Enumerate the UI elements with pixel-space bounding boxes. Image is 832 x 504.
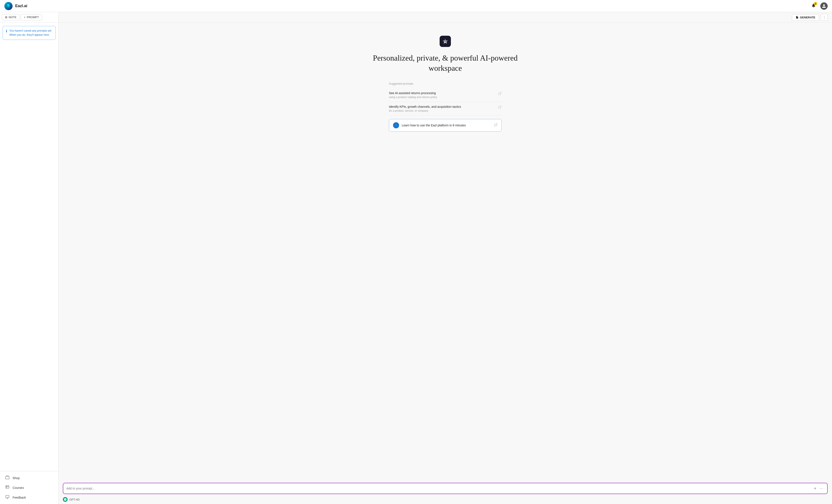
sidebar-item-courses[interactable]: Courses <box>0 483 58 493</box>
add-icon: + <box>814 486 816 491</box>
sidebar-item-shop[interactable]: Shop <box>0 473 58 483</box>
suggested-label: Suggested prompts <box>389 82 501 85</box>
learn-card[interactable]: ! Learn how to use the Eazl platform in … <box>389 119 501 132</box>
svg-rect-4 <box>6 485 9 488</box>
learn-external-link-icon <box>494 123 497 128</box>
svg-line-11 <box>500 92 501 94</box>
svg-point-2 <box>7 4 8 5</box>
svg-point-1 <box>7 6 10 7</box>
sidebar-bottom-nav: Shop Courses <box>0 471 58 504</box>
suggested-prompts-section: Suggested prompts See AI-assisted return… <box>389 82 501 132</box>
model-icon <box>63 497 68 502</box>
main-layout: ⊞ NOTE + PROMPT ℹ You haven't saved any … <box>0 12 832 504</box>
sidebar-item-shop-label: Shop <box>12 476 20 480</box>
prompt-add-button[interactable]: + <box>812 485 818 492</box>
external-link-icon-1 <box>498 105 501 110</box>
generate-icon <box>796 16 799 19</box>
prompt-card-1-title: Identify KPIs, growth channels, and acqu… <box>389 105 495 108</box>
prompt-card-1-text: Identify KPIs, growth channels, and acqu… <box>389 105 495 112</box>
content-area: GENERATE ⋮ Personalized, private, & powe… <box>58 12 832 504</box>
generate-button[interactable]: GENERATE <box>792 14 819 21</box>
external-link-icon-0 <box>498 92 501 96</box>
ai-star-icon <box>440 36 451 47</box>
user-avatar-button[interactable] <box>820 2 828 10</box>
navbar: Eazl.ai 2 <box>0 0 832 12</box>
learn-card-text: Learn how to use the Eazl platform in 8 … <box>402 123 466 127</box>
more-options-button[interactable]: ⋮ <box>821 14 828 21</box>
notification-button[interactable]: 2 <box>810 2 817 9</box>
sidebar: ⊞ NOTE + PROMPT ℹ You haven't saved any … <box>0 12 58 504</box>
learn-card-left: ! Learn how to use the Eazl platform in … <box>393 122 466 128</box>
navbar-right: 2 <box>810 2 828 10</box>
svg-rect-7 <box>6 495 9 498</box>
svg-text:!: ! <box>396 124 396 127</box>
shop-icon <box>5 475 9 481</box>
tab-note[interactable]: ⊞ NOTE <box>2 14 20 20</box>
navbar-left: Eazl.ai <box>4 2 27 10</box>
sidebar-info-box: ℹ You haven't saved any prompts yet. Whe… <box>3 26 56 40</box>
sidebar-info-text: You haven't saved any prompts yet. When … <box>9 29 52 37</box>
app-brand-name: Eazl.ai <box>15 4 27 8</box>
prompt-more-button[interactable]: ⋯ <box>818 485 824 492</box>
tab-prompt[interactable]: + PROMPT <box>21 14 42 20</box>
prompt-card-1[interactable]: Identify KPIs, growth channels, and acqu… <box>389 102 501 116</box>
model-name: GPT-4O <box>69 498 80 501</box>
more-horiz-icon: ⋯ <box>820 486 823 491</box>
feedback-icon <box>5 495 9 500</box>
generate-label: GENERATE <box>800 16 815 19</box>
app-logo <box>4 2 12 10</box>
learn-badge-icon: ! <box>393 122 399 128</box>
prompt-area: + ⋯ <box>58 480 832 496</box>
prompt-input[interactable] <box>66 487 812 490</box>
svg-line-12 <box>500 106 501 107</box>
svg-line-15 <box>495 123 497 125</box>
more-vert-icon: ⋮ <box>823 16 826 20</box>
note-icon: ⊞ <box>5 16 7 19</box>
prompt-card-0-subtitle: using a product catalog and returns poli… <box>389 96 495 99</box>
info-circle-icon: ℹ <box>6 29 7 33</box>
prompt-input-wrapper: + ⋯ <box>63 483 828 494</box>
model-indicator: GPT-4O <box>58 496 832 504</box>
prompt-card-0-text: See AI-assisted returns processing using… <box>389 91 495 99</box>
svg-rect-3 <box>6 477 9 479</box>
sidebar-item-courses-label: Courses <box>12 486 24 489</box>
prompt-card-0-title: See AI-assisted returns processing <box>389 91 495 95</box>
plus-icon: + <box>24 16 26 19</box>
tab-note-label: NOTE <box>9 16 17 19</box>
hero-title: Personalized, private, & powerful AI-pow… <box>371 53 519 73</box>
prompt-card-1-subtitle: for a product, service, or company <box>389 109 495 112</box>
content-toolbar: GENERATE ⋮ <box>58 12 832 23</box>
notification-badge: 2 <box>814 2 817 5</box>
sidebar-item-feedback-label: Feedback <box>12 496 26 499</box>
main-content: Personalized, private, & powerful AI-pow… <box>58 23 832 480</box>
sidebar-item-feedback[interactable]: Feedback <box>0 493 58 502</box>
prompt-card-0[interactable]: See AI-assisted returns processing using… <box>389 88 501 102</box>
tab-prompt-label: PROMPT <box>27 16 39 19</box>
courses-icon <box>5 485 9 491</box>
sidebar-tabs: ⊞ NOTE + PROMPT <box>0 12 58 23</box>
